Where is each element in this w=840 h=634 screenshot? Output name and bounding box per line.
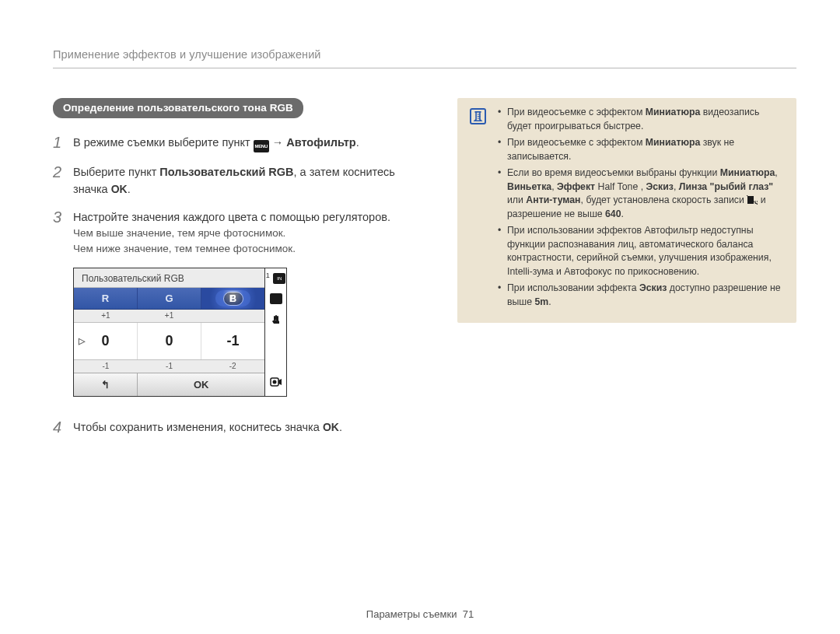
svg-point-1 [272,380,276,384]
camera-bottom-bar: ↰ OK [74,373,264,396]
t: Half Tone [595,181,641,192]
step-2: 2 Выберите пункт Пользовательский RGB, а… [53,163,418,198]
camera-minus-row: -1 -1 -2 [74,359,264,373]
text: . [356,136,359,149]
plus-b [201,310,264,322]
b: Анти-туман [526,194,580,205]
b: Эскиз [639,282,667,293]
side-count-num: 1 [266,271,270,279]
t: , [551,181,557,192]
sub-line: Чем выше значение, тем ярче фотоснимок. [73,226,418,241]
b: Виньетка [507,181,551,192]
page-number: 71 [463,608,474,620]
minus-g: -1 [138,360,201,373]
side-count: 1 IN [266,271,286,284]
t: При видеосъемке с эффектом [507,107,646,117]
text-bold: Пользовательский RGB [159,166,293,178]
note-item: Если во время видеосъемки выбраны функци… [498,166,781,221]
note-icon [470,108,486,124]
t: При использовании эффектов Автофильтр не… [507,225,772,277]
step-text: В режиме съемки выберите пункт MENU → Ав… [73,134,359,152]
text: В режиме съемки выберите пункт [73,136,254,149]
note-box: При видеосъемке с эффектом Миниатюра вид… [457,98,796,323]
fps-icon: 15 [747,195,758,205]
t: , [674,181,679,192]
t: , [775,167,777,178]
step-3-sub: Чем выше значение, тем ярче фотоснимок. … [73,226,418,257]
step-3: 3 Настройте значения каждого цвета с пом… [53,208,418,226]
plus-g: +1 [138,310,201,322]
val-b[interactable]: -1 [201,323,264,359]
camera-plus-row: +1 +1 [74,310,264,323]
t: Если во время видеосъемки выбраны функци… [507,167,720,178]
tab-r[interactable]: R [74,288,138,309]
b: Миниатюра [646,107,701,117]
menu-icon: MENU [254,140,269,152]
ok-icon: OK [323,421,339,433]
t: При видеосъемке с эффектом [507,137,646,148]
ok-icon: OK [111,183,128,195]
minus-r: -1 [74,360,138,373]
t: При использовании эффекта [507,282,639,293]
tab-b[interactable]: B P [201,288,264,309]
step-text: Чтобы сохранить изменения, коснитесь зна… [73,419,342,436]
camera-side-icons: 1 IN [264,268,286,396]
step-4: 4 Чтобы сохранить изменения, коснитесь з… [53,419,418,436]
left-column: Определение пользовательского тона RGB 1… [53,98,418,447]
tab-g[interactable]: G [138,288,201,309]
val-r[interactable]: 0 [74,323,138,359]
separator [53,68,796,68]
b: Миниатюра [720,167,775,178]
note-item: При видеосъемке с эффектом Миниатюра вид… [498,106,781,133]
section-badge: Определение пользовательского тона RGB [53,98,303,118]
t: или [507,194,526,205]
step-number: 1 [53,134,73,152]
note-item: При использовании эффектов Автофильтр не… [498,224,781,278]
footer-section: Параметры съемки [366,608,457,620]
text: Чтобы сохранить изменения, коснитесь зна… [73,421,323,433]
camera-values: 0 0 -1 [74,323,264,359]
ok-button[interactable]: OK [138,373,264,396]
sub-line: Чем ниже значение, тем темнее фотоснимок… [73,241,418,257]
right-column: При видеосъемке с эффектом Миниатюра вид… [457,98,796,447]
text-bold: Автофильтр [286,136,355,149]
text: Выберите пункт [73,166,159,178]
step-text: Выберите пункт Пользовательский RGB, а з… [73,163,418,198]
camera-mock: Пользовательский RGB R G B P +1 +1 0 0 [73,268,287,397]
b: Миниатюра [646,137,701,148]
t: , [641,181,646,192]
t: . [548,296,551,307]
text: . [128,183,131,195]
b: Эффект [557,181,595,192]
record-icon [270,376,282,391]
t: . [621,208,624,219]
note-item: При использовании эффекта Эскиз доступно… [498,282,781,309]
in-icon: IN [273,273,285,284]
text: . [339,421,342,433]
step-1: 1 В режиме съемки выберите пункт MENU → … [53,134,418,152]
plus-r: +1 [74,310,138,322]
note-item: При видеосъемке с эффектом Миниатюра зву… [498,136,781,163]
tab-b-label: B [229,292,236,304]
t: , будет установлена скорость записи [581,194,747,205]
battery-icon [270,293,282,304]
b: Эскиз [646,181,674,192]
page-footer: Параметры съемки 71 [0,608,840,620]
breadcrumb: Применение эффектов и улучшение изображе… [53,48,796,61]
val-g[interactable]: 0 [138,323,201,359]
camera-title: Пользовательский RGB [74,268,264,288]
step-number: 2 [53,163,73,198]
b: Линза "рыбий глаз" [679,181,773,192]
step-text: Настройте значения каждого цвета с помощ… [73,208,390,226]
hand-icon [270,313,282,324]
resolution-icon: 5m [535,296,549,307]
step-number: 3 [53,208,73,226]
b: 640 [605,208,621,219]
text: → [272,136,287,149]
step-number: 4 [53,419,73,436]
back-button[interactable]: ↰ [74,373,138,396]
camera-rgb-tabs: R G B P [74,288,264,310]
minus-b: -2 [201,360,264,373]
